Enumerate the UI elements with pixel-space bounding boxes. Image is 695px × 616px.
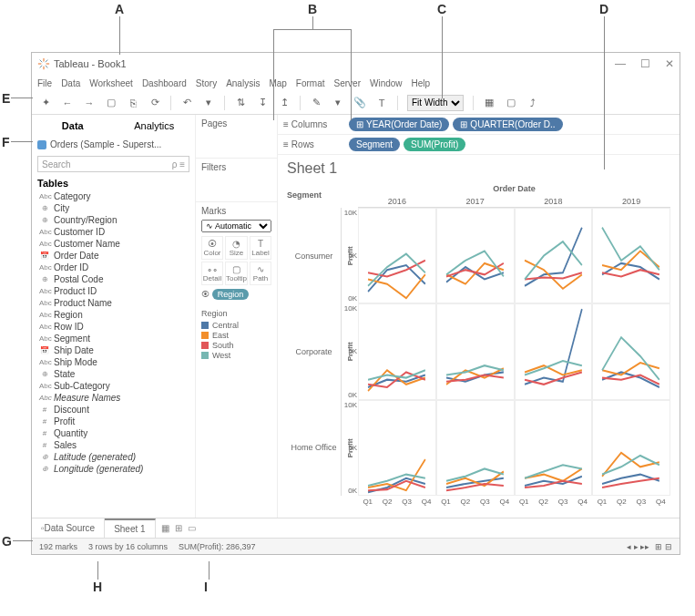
new-dashboard-button[interactable]: ⊞ <box>175 523 182 533</box>
field-order-id[interactable]: AbcOrder ID <box>32 262 195 273</box>
marks-label[interactable]: TLabel <box>250 236 271 260</box>
field-sub-category[interactable]: AbcSub-Category <box>32 380 195 392</box>
menu-help[interactable]: Help <box>412 78 431 88</box>
marks-path[interactable]: ∿Path <box>250 262 271 285</box>
redo-button[interactable]: ▾ <box>202 97 215 109</box>
callout-d: D <box>599 2 608 16</box>
analytics-tab[interactable]: Analytics <box>114 115 196 137</box>
field-type-icon: Abc <box>39 240 50 248</box>
share-button[interactable]: ⤴ <box>526 97 539 109</box>
field-type-icon: ⊕ <box>39 370 50 378</box>
rows-shelf[interactable]: ≡Rows SegmentSUM(Profit) <box>278 135 680 155</box>
presentation-button[interactable]: ▢ <box>505 97 517 109</box>
field-country-region[interactable]: ⊕Country/Region <box>32 214 195 226</box>
pill-year-order-date-[interactable]: ⊞ YEAR(Order Date) <box>349 118 449 131</box>
pill-segment[interactable]: Segment <box>349 138 400 151</box>
field-state[interactable]: ⊕State <box>32 368 195 380</box>
tableau-icon[interactable]: ✦ <box>39 97 52 109</box>
pill-sum-profit-[interactable]: SUM(Profit) <box>404 138 465 151</box>
pill-quarter-order-d-[interactable]: ⊞ QUARTER(Order D.. <box>453 118 562 131</box>
field-region[interactable]: AbcRegion <box>32 309 195 321</box>
field-discount[interactable]: #Discount <box>32 404 195 416</box>
field-profit[interactable]: #Profit <box>32 416 195 427</box>
menu-dashboard[interactable]: Dashboard <box>142 78 187 88</box>
highlight-button[interactable]: ✎ <box>310 97 322 109</box>
new-worksheet-button[interactable]: ▦ <box>161 523 169 533</box>
sort-asc-button[interactable]: ↧ <box>256 97 269 109</box>
rows-icon: ≡ <box>283 139 289 149</box>
fit-selector[interactable]: Fit Width <box>407 95 464 111</box>
back-button[interactable]: ← <box>61 97 74 109</box>
grid-icon[interactable]: ⊞ ⊟ <box>655 542 672 551</box>
marks-tooltip[interactable]: ▢Tooltip <box>225 262 248 285</box>
field-ship-mode[interactable]: AbcShip Mode <box>32 356 195 368</box>
refresh-button[interactable]: ⟳ <box>148 97 161 109</box>
field-type-icon: Abc <box>39 287 50 295</box>
menu-window[interactable]: Window <box>370 78 403 88</box>
field-longitude-generated-[interactable]: ⊕Longitude (generated) <box>32 463 195 475</box>
chart-cell: 10K5K0K <box>358 208 436 303</box>
field-label: State <box>54 369 75 379</box>
field-order-date[interactable]: 📅Order Date <box>32 250 195 262</box>
save-button[interactable]: ▢ <box>105 97 118 109</box>
menu-server[interactable]: Server <box>334 78 361 88</box>
field-customer-name[interactable]: AbcCustomer Name <box>32 238 195 250</box>
color-shelf-pill[interactable]: ⦿ Region <box>201 289 271 300</box>
new-story-button[interactable]: ▭ <box>188 523 196 533</box>
field-postal-code[interactable]: ⊕Postal Code <box>32 273 195 285</box>
sheet-title[interactable]: Sheet 1 <box>287 160 670 177</box>
field-quantity[interactable]: #Quantity <box>32 427 195 439</box>
legend-item-east[interactable]: East <box>201 331 271 340</box>
menu-worksheet[interactable]: Worksheet <box>89 78 133 88</box>
field-product-name[interactable]: AbcProduct Name <box>32 297 195 309</box>
field-product-id[interactable]: AbcProduct ID <box>32 285 195 297</box>
field-row-id[interactable]: AbcRow ID <box>32 321 195 333</box>
datasource-item[interactable]: Orders (Sample - Superst... <box>32 137 195 152</box>
data-tab[interactable]: Data <box>32 115 114 137</box>
legend-item-south[interactable]: South <box>201 341 271 350</box>
field-ship-date[interactable]: 📅Ship Date <box>32 344 195 356</box>
search-input[interactable]: Search ρ ≡ <box>37 156 189 172</box>
field-sales[interactable]: #Sales <box>32 439 195 451</box>
filters-shelf[interactable]: Filters <box>196 159 277 202</box>
menu-format[interactable]: Format <box>296 78 325 88</box>
undo-button[interactable]: ↶ <box>180 97 193 109</box>
datasource-tab[interactable]: ▫ Data Source <box>32 518 105 538</box>
field-category[interactable]: AbcCategory <box>32 190 195 202</box>
menu-analysis[interactable]: Analysis <box>226 78 260 88</box>
legend-item-west[interactable]: West <box>201 351 271 360</box>
separator <box>300 96 301 110</box>
window-title: Tableau - Book1 <box>54 58 127 69</box>
new-datasource-button[interactable]: ⎘ <box>127 97 139 109</box>
sheet1-tab[interactable]: Sheet 1 <box>105 518 155 538</box>
field-type-icon: Abc <box>39 263 50 272</box>
mark-type-selector[interactable]: ∿ Automatic <box>201 220 271 232</box>
close-button[interactable]: ✕ <box>665 57 674 70</box>
callout-line <box>604 16 605 169</box>
swap-button[interactable]: ⇅ <box>234 97 247 109</box>
columns-shelf[interactable]: ≡Columns ⊞ YEAR(Order Date)⊞ QUARTER(Ord… <box>278 115 680 135</box>
menu-data[interactable]: Data <box>61 78 80 88</box>
menu-map[interactable]: Map <box>269 78 286 88</box>
showme-button[interactable]: ▦ <box>483 97 496 109</box>
legend-item-central[interactable]: Central <box>201 321 271 330</box>
sort-desc-button[interactable]: ↥ <box>278 97 291 109</box>
field-latitude-generated-[interactable]: ⊕Latitude (generated) <box>32 451 195 463</box>
field-segment[interactable]: AbcSegment <box>32 333 195 344</box>
field-customer-id[interactable]: AbcCustomer ID <box>32 226 195 238</box>
field-city[interactable]: ⊕City <box>32 202 195 214</box>
marks-size[interactable]: ◔Size <box>225 236 248 260</box>
menu-story[interactable]: Story <box>196 78 217 88</box>
label-button[interactable]: T <box>375 97 388 109</box>
forward-button[interactable]: → <box>83 97 96 109</box>
pin-button[interactable]: 📎 <box>353 97 366 109</box>
group-button[interactable]: ▾ <box>332 97 344 109</box>
field-measure-names[interactable]: AbcMeasure Names <box>32 392 195 404</box>
view-icon[interactable]: ◂ ▸ ▸▸ <box>627 542 649 551</box>
menu-file[interactable]: File <box>37 78 52 88</box>
minimize-button[interactable]: — <box>615 57 626 70</box>
maximize-button[interactable]: ☐ <box>640 57 650 70</box>
marks-detail[interactable]: ∘∘Detail <box>201 262 223 285</box>
pages-shelf[interactable]: Pages <box>196 115 277 159</box>
marks-color[interactable]: ⦿Color <box>201 236 223 260</box>
